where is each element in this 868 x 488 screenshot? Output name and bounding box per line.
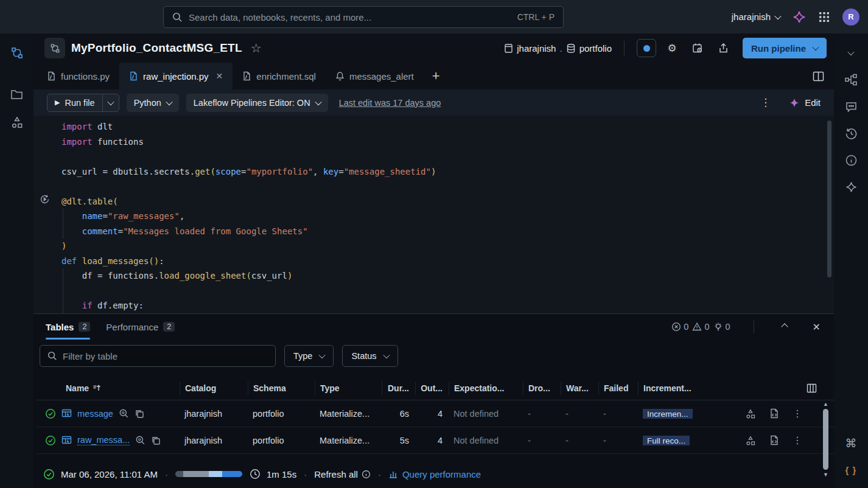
cell-duration: 6s — [382, 409, 415, 419]
tab-close-icon[interactable]: ✕ — [216, 71, 223, 81]
column-header[interactable]: Type — [315, 382, 382, 395]
pipeline-graph-icon[interactable] — [5, 110, 29, 134]
editor-tab[interactable]: messages_alert ✕ — [326, 63, 424, 89]
tab-tables[interactable]: Tables 2 — [46, 314, 90, 340]
assistant-icon[interactable] — [839, 175, 863, 199]
run-pipeline-button[interactable]: Run pipeline — [743, 38, 827, 58]
collapse-panel-icon[interactable] — [777, 324, 792, 329]
code-line[interactable]: csv_url = dbutils.secrets.get(scope="myp… — [61, 164, 822, 180]
filter-by-table-input[interactable]: Filter by table — [40, 345, 276, 367]
global-search-input[interactable]: Search data, notebooks, recents, and mor… — [163, 6, 564, 28]
tab-performance[interactable]: Performance 2 — [106, 314, 175, 340]
table-name-link[interactable]: raw_messa... — [77, 435, 130, 445]
table-row[interactable]: raw_messa... jharajnish portfolio Materi… — [37, 427, 834, 454]
history-icon[interactable] — [839, 121, 863, 145]
lineage-icon[interactable] — [839, 68, 863, 92]
row-menu-icon[interactable]: ⋮ — [793, 408, 802, 419]
language-selector[interactable]: Python — [127, 94, 179, 112]
copy-icon[interactable] — [135, 409, 144, 419]
apps-grid-icon[interactable] — [818, 11, 830, 23]
run-cell-icon[interactable] — [40, 194, 50, 204]
sort-icon[interactable] — [93, 384, 101, 392]
code-editor[interactable]: import dltimport functionscsv_url = dbut… — [33, 116, 834, 313]
status-success-icon — [45, 408, 56, 419]
row-menu-icon[interactable]: ⋮ — [793, 434, 802, 446]
code-line[interactable]: df = functions.load_google_sheet(csv_url… — [61, 268, 822, 284]
code-line[interactable] — [61, 149, 822, 164]
column-header[interactable]: War... — [561, 382, 598, 395]
column-header[interactable]: Dro... — [523, 382, 561, 395]
refresh-all-button[interactable]: Refresh all — [314, 469, 371, 479]
collapse-header-icon[interactable] — [839, 41, 863, 65]
status-filter-dropdown[interactable]: Status — [342, 345, 397, 367]
code-line[interactable]: import dlt — [61, 119, 822, 134]
user-menu[interactable]: jharajnish — [732, 12, 780, 22]
type-filter-dropdown[interactable]: Type — [284, 345, 334, 367]
environment-status-button[interactable] — [637, 39, 656, 57]
code-line[interactable]: ) — [61, 239, 822, 254]
global-header: Search data, notebooks, recents, and mor… — [0, 0, 868, 33]
assistant-edit-button[interactable]: Edit — [784, 97, 825, 108]
code-line[interactable] — [61, 284, 822, 299]
avatar[interactable]: R — [842, 9, 859, 26]
scrollbar-thumb[interactable] — [823, 409, 828, 470]
scroll-up-icon[interactable]: ▲ — [823, 400, 828, 408]
variables-icon[interactable]: { } — [839, 458, 863, 482]
code-line[interactable]: comment="Messages loaded from Google She… — [61, 224, 822, 239]
share-icon[interactable] — [713, 39, 733, 57]
column-header[interactable]: Expectatio... — [449, 382, 523, 395]
pipelines-editor-toggle[interactable]: Lakeflow Pipelines Editor: ON — [186, 94, 328, 112]
code-line[interactable]: if df.empty: — [61, 298, 822, 313]
close-panel-icon[interactable]: ✕ — [808, 321, 825, 333]
info-icon[interactable] — [839, 148, 863, 172]
editor-scrollbar[interactable] — [827, 120, 831, 277]
table-scrollbar[interactable]: ▲ ▼ — [821, 400, 830, 478]
table-row[interactable]: message jharajnish portfolio Materialize… — [37, 400, 834, 427]
assistant-sparkle-icon[interactable] — [793, 10, 806, 24]
shortcuts-icon[interactable]: ⌘ — [839, 431, 863, 455]
new-tab-button[interactable]: + — [424, 63, 449, 89]
code-line[interactable]: import functions — [61, 134, 822, 150]
manage-columns-icon[interactable] — [807, 383, 817, 393]
run-file-dropdown[interactable] — [102, 94, 119, 111]
editor-tab[interactable]: enrichment.sql ✕ — [233, 63, 326, 89]
code-line[interactable]: raise ValueError("Google Sheet returned … — [61, 313, 822, 314]
column-header[interactable]: Catalog — [180, 382, 248, 395]
cell-catalog: jharajnish — [180, 436, 248, 445]
column-header[interactable]: Schema — [248, 382, 315, 395]
preview-data-icon[interactable] — [119, 408, 129, 419]
preview-data-icon[interactable] — [135, 435, 145, 445]
editor-tab[interactable]: functions.py ✕ — [37, 63, 119, 89]
pipeline-graph-icon[interactable] — [745, 435, 756, 446]
scroll-down-icon[interactable]: ▼ — [823, 471, 828, 478]
comments-icon[interactable] — [839, 94, 863, 119]
view-code-icon[interactable] — [769, 435, 779, 445]
split-view-icon[interactable] — [803, 63, 834, 89]
code-line[interactable]: name="raw_messages", — [61, 209, 822, 224]
more-options-icon[interactable]: ⋮ — [754, 96, 777, 109]
copy-icon[interactable] — [151, 436, 161, 445]
column-header[interactable]: Out... — [415, 382, 449, 395]
code-line[interactable] — [61, 179, 822, 194]
run-pipeline-dropdown-icon[interactable] — [812, 44, 819, 51]
pipeline-icon[interactable] — [5, 41, 29, 65]
table-name-link[interactable]: message — [77, 409, 113, 419]
pipeline-graph-icon[interactable] — [745, 408, 756, 419]
settings-gear-icon[interactable]: ⚙ — [662, 39, 682, 57]
view-code-icon[interactable] — [769, 408, 779, 419]
code-line[interactable]: def load_messages(): — [61, 254, 822, 269]
last-edit-link[interactable]: Last edit was 17 days ago — [339, 98, 441, 108]
run-file-button[interactable]: ▶ Run file — [47, 94, 119, 112]
code-line[interactable]: @dlt.table( — [61, 194, 822, 209]
favorite-star-icon[interactable]: ☆ — [251, 41, 262, 55]
default-catalog-selector[interactable]: jharajnish . portfolio — [504, 43, 612, 54]
column-header[interactable]: Dur... — [382, 382, 415, 395]
filter-placeholder: Filter by table — [63, 351, 117, 361]
column-header[interactable]: Failed — [598, 382, 638, 395]
column-header[interactable]: Name — [37, 382, 180, 395]
column-header[interactable]: Increment... — [638, 382, 723, 395]
query-performance-link[interactable]: Query performance — [388, 469, 481, 479]
schedule-icon[interactable] — [688, 39, 707, 57]
editor-tab[interactable]: raw_injection.py ✕ — [119, 63, 233, 89]
folder-icon[interactable] — [5, 82, 29, 106]
